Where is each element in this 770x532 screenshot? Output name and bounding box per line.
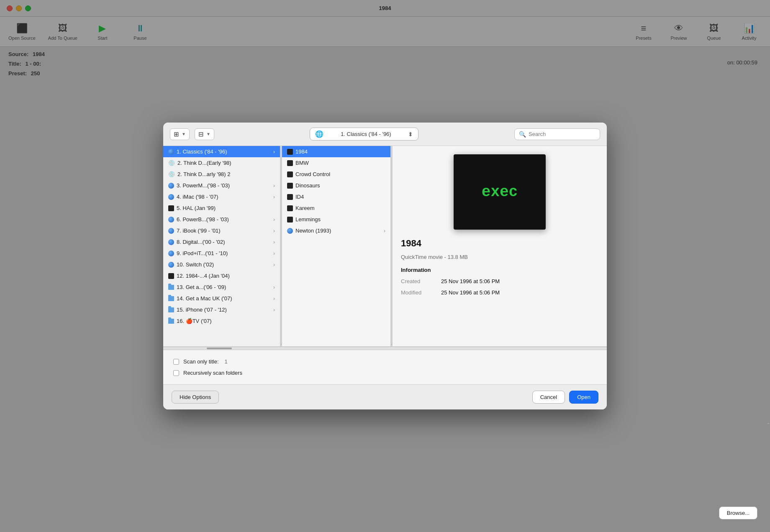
left-column: 1. Classics ('84 - '96) › 💿 2. Think D..… [163,146,280,346]
list-item[interactable]: 16. 🍎TV ('07) [163,315,280,327]
dialog-footer: Hide Options Cancel Open [163,384,607,409]
black-square-icon [287,149,293,155]
list-item[interactable]: Newton (1993) › [282,225,390,236]
list-item[interactable]: 8. Digital...('00 - '02) › [163,236,280,248]
dialog-body: 1. Classics ('84 - '96) › 💿 2. Think D..… [163,146,607,347]
list-item[interactable]: 💿 2. Think D...arly '98) 2 [163,169,280,180]
created-label: Created [401,278,434,284]
scan-only-title-value: 1 [225,358,228,365]
created-row: Created 25 Nov 1996 at 5:06 PM [401,278,598,284]
horizontal-scrollbar[interactable] [163,347,607,350]
black-square-icon [168,205,174,211]
scan-only-title-checkbox[interactable] [173,359,179,365]
middle-column: 1984 BMW Crowd Control Dinosaurs ID4 [282,146,391,346]
open-dialog: ⊞ ▼ ⊟ ▼ 🌐 1. Classics ('84 - '96) ⬍ 🔍 [163,123,607,409]
browse-button[interactable]: Browse... [719,506,757,519]
disk-icon: 💿 [168,160,175,166]
scan-only-title-label: Scan only title: [183,358,219,365]
black-square-icon [287,217,293,223]
grid-view-chevron: ▼ [206,132,210,136]
globe-icon [168,262,174,268]
source-selector-icon: 🌐 [315,130,323,138]
list-item[interactable]: 3. PowerM...('98 - '03) › [163,180,280,191]
created-value: 25 Nov 1996 at 5:06 PM [441,278,500,284]
black-square-icon [287,194,293,200]
column-view-icon: ⊞ [174,130,179,138]
cancel-button[interactable]: Cancel [532,391,565,404]
disk-icon: 💿 [168,171,175,177]
preview-image: exec [454,154,546,230]
middle-scroll-handle [391,344,392,345]
globe-icon [168,149,174,155]
left-scroll-handle [281,344,282,345]
list-item[interactable]: Dinosaurs [282,180,390,191]
list-item[interactable]: BMW [282,157,390,169]
recursively-scan-checkbox[interactable] [173,370,179,376]
list-item[interactable]: Kareem [282,202,390,214]
browser-selector-container: 🌐 1. Classics ('84 - '96) ⬍ [219,128,509,141]
source-selector-label: 1. Classics ('84 - '96) [341,131,391,137]
folder-icon [168,307,174,312]
black-square-icon [168,273,174,279]
exec-text: exec [482,184,518,201]
folder-icon [168,296,174,301]
scan-only-title-row: Scan only title: 1 [173,358,597,365]
globe-icon [168,217,174,223]
dialog-overlay: ⊞ ▼ ⊟ ▼ 🌐 1. Classics ('84 - '96) ⬍ 🔍 [0,0,770,532]
info-header: Information [401,267,598,273]
search-icon: 🔍 [519,131,526,138]
list-item[interactable]: 7. iBook ('99 - '01) › [163,225,280,236]
black-square-icon [287,205,293,211]
list-item[interactable]: Lemmings [282,214,390,225]
globe-icon [168,194,174,200]
modified-label: Modified [401,289,434,296]
list-item[interactable]: 15. iPhone ('07 - '12) › [163,304,280,315]
preview-subtitle: QuickTime movie - 13.8 MB [401,254,598,260]
globe-icon [168,251,174,256]
hide-options-button[interactable]: Hide Options [172,391,219,404]
globe-icon [168,183,174,189]
list-item[interactable]: 9. iPod+iT...('01 - '10) › [163,248,280,259]
source-selector-button[interactable]: 🌐 1. Classics ('84 - '96) ⬍ [310,128,418,141]
scrollbar-thumb[interactable] [207,348,232,349]
globe-icon [168,239,174,245]
column-view-chevron: ▼ [182,132,186,136]
list-item[interactable]: 5. HAL (Jan '99) [163,202,280,214]
folder-icon [168,319,174,324]
preview-column: exec 1984 QuickTime movie - 13.8 MB Info… [393,146,607,346]
black-square-icon [287,160,293,166]
open-button[interactable]: Open [569,391,598,404]
list-item[interactable]: 💿 2. Think D...(Early '98) [163,157,280,169]
grid-view-icon: ⊟ [198,130,204,138]
list-item[interactable]: 13. Get a...('06 - '09) › [163,281,280,293]
column-view-button[interactable]: ⊞ ▼ [170,128,190,140]
footer-right-buttons: Cancel Open [532,391,598,404]
recursively-scan-row: Recursively scan folders [173,370,597,376]
preview-title: 1984 [401,238,598,249]
list-item[interactable]: 14. Get a Mac UK ('07) › [163,293,280,304]
search-input[interactable] [529,131,595,137]
search-box: 🔍 [514,128,600,140]
list-item[interactable]: 1. Classics ('84 - '96) › [163,146,280,157]
list-item[interactable]: Crowd Control [282,169,390,180]
list-item[interactable]: 10. Switch ('02) › [163,259,280,270]
recursively-scan-label: Recursively scan folders [183,370,242,376]
list-item[interactable]: 12. 1984-...4 (Jan '04) [163,270,280,281]
black-square-icon [287,183,293,189]
modified-row: Modified 25 Nov 1996 at 5:06 PM [401,289,598,296]
source-selector-chevrons: ⬍ [408,131,413,138]
list-item[interactable]: 1984 [282,146,390,157]
black-square-icon [287,171,293,177]
list-item[interactable]: ID4 [282,191,390,202]
list-item[interactable]: 6. PowerB...('98 - '03) › [163,214,280,225]
dialog-toolbar: ⊞ ▼ ⊟ ▼ 🌐 1. Classics ('84 - '96) ⬍ 🔍 [163,123,607,146]
globe-icon [168,228,174,234]
globe-icon [287,228,293,234]
modified-value: 25 Nov 1996 at 5:06 PM [441,289,500,296]
browse-area: Browse... [719,506,757,519]
grid-view-button[interactable]: ⊟ ▼ [195,128,214,140]
folder-icon [168,285,174,290]
list-item[interactable]: 4. iMac ('98 - '07) › [163,191,280,202]
dialog-options: Scan only title: 1 Recursively scan fold… [163,350,607,384]
